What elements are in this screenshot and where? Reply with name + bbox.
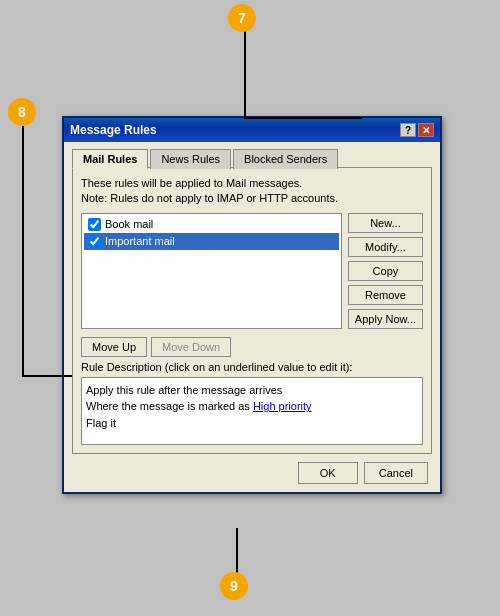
rule-item-book-mail[interactable]: Book mail [84,216,339,233]
modify-button[interactable]: Modify... [348,237,423,257]
rule-item-important-mail[interactable]: Important mail [84,233,339,250]
title-bar: Message Rules ? ✕ [64,118,440,142]
ok-button[interactable]: OK [298,462,358,484]
rule-description-box: Apply this rule after the message arrive… [81,377,423,445]
high-priority-link[interactable]: High priority [253,400,312,412]
rules-note: These rules will be applied to Mail mess… [81,176,423,207]
annotation-8: 8 [8,98,36,126]
title-bar-buttons: ? ✕ [400,123,434,137]
tab-list: Mail Rules News Rules Blocked Senders [72,148,432,168]
annotation-9-line-v [236,528,238,574]
tab-blocked-senders[interactable]: Blocked Senders [233,149,338,169]
dialog-body: Mail Rules News Rules Blocked Senders Th… [64,142,440,492]
remove-button[interactable]: Remove [348,285,423,305]
move-buttons: Move Up Move Down [81,337,423,357]
annotation-7-line-h [244,117,362,119]
move-down-button[interactable]: Move Down [151,337,231,357]
apply-now-button[interactable]: Apply Now... [348,309,423,329]
copy-button[interactable]: Copy [348,261,423,281]
annotation-7: 7 [228,4,256,32]
rule-checkbox-book-mail[interactable] [88,218,101,231]
description-line-2[interactable]: Where the message is marked as High prio… [86,398,418,415]
move-up-button[interactable]: Move Up [81,337,147,357]
description-line-1: Apply this rule after the message arrive… [86,382,418,399]
description-line-3: Flag it [86,415,418,432]
rules-list: Book mail Important mail [81,213,342,329]
rule-description-label: Rule Description (click on an underlined… [81,361,423,373]
rules-area: Book mail Important mail New... Modify..… [81,213,423,329]
new-button[interactable]: New... [348,213,423,233]
help-button[interactable]: ? [400,123,416,137]
dialog-title: Message Rules [70,123,157,137]
annotation-7-line-v [244,18,246,118]
action-buttons: New... Modify... Copy Remove Apply Now..… [348,213,423,329]
cancel-button[interactable]: Cancel [364,462,428,484]
rule-checkbox-important-mail[interactable] [88,235,101,248]
tab-news-rules[interactable]: News Rules [150,149,231,169]
annotation-8-line-h [22,375,72,377]
annotation-9: 9 [220,572,248,600]
annotation-8-line-v [22,126,24,376]
tab-mail-rules[interactable]: Mail Rules [72,149,148,169]
message-rules-dialog: Message Rules ? ✕ Mail Rules News Rules … [62,116,442,494]
close-button[interactable]: ✕ [418,123,434,137]
dialog-footer: OK Cancel [72,462,432,484]
tab-content: These rules will be applied to Mail mess… [72,167,432,454]
